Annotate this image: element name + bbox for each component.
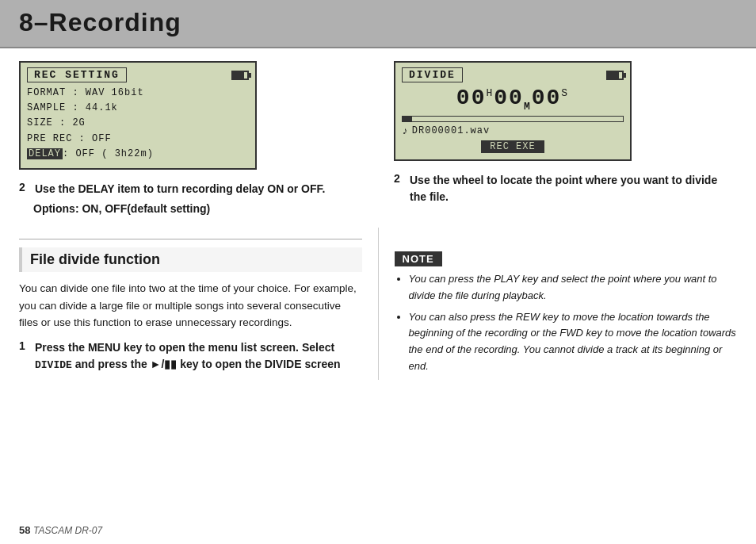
note-item-2: You can also press the REW key to move t… <box>409 309 738 375</box>
battery-icon <box>231 71 249 80</box>
footer-page-number: 58 <box>19 524 30 536</box>
time-seconds: 00 <box>532 86 562 110</box>
page-footer: 58 TASCAM DR-07 <box>19 524 102 536</box>
lcd-row-sample: SAMPLE : 44.1k <box>27 101 249 116</box>
time-hours: 00 <box>456 86 487 110</box>
rec-setting-screen: REC SETTING FORMAT : WAV 16bit SAMPLE : … <box>19 61 257 170</box>
lcd-title-bar: REC SETTING <box>27 67 249 82</box>
note-spacer: NOTE You can press the PLAY key and sele… <box>395 251 738 375</box>
time-m-sub: M <box>524 101 532 113</box>
step2-right-inline: 2 Use the wheel to locate the point wher… <box>394 172 737 205</box>
rec-exe-button: REC EXE <box>481 140 544 153</box>
note-item-1: You can press the PLAY key and select th… <box>409 271 738 305</box>
delay-highlight: DELAY <box>27 148 63 159</box>
footer-product-name: TASCAM DR-07 <box>33 525 102 536</box>
step2-left-options: Options: ON, OFF(default setting) <box>33 202 362 215</box>
lcd-row-prerec: PRE REC : OFF <box>27 132 249 147</box>
lcd-title: REC SETTING <box>27 67 127 82</box>
top-content: REC SETTING FORMAT : WAV 16bit SAMPLE : … <box>0 48 756 223</box>
page-header: 8–Recording <box>0 0 756 48</box>
divide-battery-fill <box>608 72 619 79</box>
bottom-section: File divide function You can divide one … <box>0 228 756 380</box>
step2-left-block: 2 Use the DELAY item to turn recording d… <box>19 181 362 215</box>
step1-text-end: key to open the DIVIDE screen <box>177 358 340 370</box>
progress-fill <box>403 117 412 121</box>
progress-bar <box>402 116 624 122</box>
step1-block: 1 Press the MENU key to open the menu li… <box>19 339 362 374</box>
step2-right-text: Use the wheel to locate the point where … <box>410 172 737 205</box>
left-column: REC SETTING FORMAT : WAV 16bit SAMPLE : … <box>19 61 378 223</box>
battery-fill <box>233 72 244 79</box>
note-label: NOTE <box>395 251 442 266</box>
step2-right-block: 2 Use the wheel to locate the point wher… <box>394 172 737 205</box>
lcd-row-size: SIZE : 2G <box>27 116 249 131</box>
time-h-sup: H <box>486 87 494 99</box>
lcd-time-display: 00H00M00S <box>402 86 624 113</box>
time-minutes: 00 <box>494 86 524 110</box>
section-divider <box>19 239 362 239</box>
right-column: DIVIDE 00H00M00S ♪ DR000001.wav REC EXE … <box>378 61 737 223</box>
divide-title: DIVIDE <box>402 67 463 82</box>
step1-text: Press the MENU key to open the menu list… <box>35 339 362 374</box>
divide-battery-icon <box>606 71 624 80</box>
step1-text-before: Press the MENU key to open the menu list… <box>35 341 334 354</box>
note-list: You can press the PLAY key and select th… <box>395 271 738 375</box>
step2-right-num: 2 <box>394 172 405 205</box>
file-divide-heading: File divide function <box>19 247 362 272</box>
lcd-row-format: FORMAT : WAV 16bit <box>27 86 249 101</box>
lcd-filename-row: ♪ DR000001.wav <box>402 125 624 137</box>
step1-code: DIVIDE <box>35 359 72 371</box>
step2-left-text: Use the DELAY item to turn recording del… <box>35 181 325 197</box>
step1-num: 1 <box>19 339 30 374</box>
page-title: 8–Recording <box>19 8 737 37</box>
time-s-sup: S <box>561 87 569 99</box>
divide-title-bar: DIVIDE <box>402 67 624 82</box>
step2-left-inline: 2 Use the DELAY item to turn recording d… <box>19 181 362 197</box>
note-section: NOTE You can press the PLAY key and sele… <box>379 228 738 380</box>
delay-value: : OFF ( 3h22m) <box>63 148 154 159</box>
music-note-icon: ♪ <box>402 125 409 137</box>
filename-text: DR000001.wav <box>412 125 490 136</box>
play-pause-icon: ▮▮ <box>164 358 177 370</box>
step2-left-num: 2 <box>19 181 30 197</box>
file-divide-section: File divide function You can divide one … <box>19 228 379 380</box>
step1-text-after: and press the ►/ <box>72 358 165 370</box>
lcd-row-delay: DELAY: OFF ( 3h22m) <box>27 147 249 162</box>
file-divide-body: You can divide one file into two at the … <box>19 280 362 331</box>
divide-screen: DIVIDE 00H00M00S ♪ DR000001.wav REC EXE <box>394 61 632 161</box>
